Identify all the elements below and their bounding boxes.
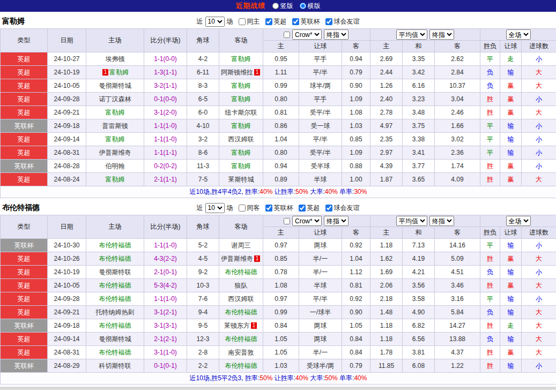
- scope-select[interactable]: 全场: [506, 216, 531, 226]
- home-team-cell: 曼彻斯特城: [86, 333, 144, 346]
- date-cell: 24-10-27: [48, 52, 86, 66]
- average-select[interactable]: 平均值: [396, 216, 427, 226]
- filter-bar: 近10场同客英联杯英超球会友谊: [196, 203, 361, 213]
- bottom-scrollbar[interactable]: [0, 387, 556, 390]
- score-cell: 0-1(0-1): [144, 359, 187, 373]
- avg-draw-cell: 3.65: [403, 173, 435, 186]
- avg-home-cell: 2.06: [370, 279, 403, 292]
- summary-text: 让胜率:: [272, 188, 295, 195]
- odds-home-cell: 1.05: [263, 333, 299, 346]
- handicap-cell: 受平/半: [299, 106, 342, 119]
- league-filter-checkbox[interactable]: [299, 205, 306, 212]
- avg-home-cell: 1.18: [370, 319, 403, 333]
- view-option-horizontal[interactable]: 横版: [300, 2, 321, 11]
- date-cell: 24-08-31: [48, 146, 86, 160]
- goals-cell: 大: [522, 106, 556, 119]
- column-subheader: 让球: [299, 227, 342, 239]
- team-name-text: 富勒姆: [109, 69, 129, 76]
- result-cell: 平: [480, 52, 500, 66]
- handicap-cell: 平手: [299, 52, 342, 66]
- odds-away-cell: 0.90: [342, 306, 370, 319]
- column-subheader: 主: [263, 227, 299, 239]
- team-name-text: 狼队: [235, 282, 248, 289]
- avg-home-cell: 2.69: [370, 52, 403, 66]
- match-row: 英超24-10-05布伦特福德5-3(4-2)10-3狼队1.08半球0.812…: [1, 279, 556, 292]
- league-filter-checkbox[interactable]: [325, 18, 332, 25]
- odds-compare-checkbox[interactable]: [284, 218, 290, 224]
- team-name-text: 西汉姆联: [228, 135, 254, 143]
- odds-away-cell: 0.90: [342, 79, 370, 93]
- recent-count-select[interactable]: 10: [205, 203, 225, 213]
- date-cell: 24-10-19: [48, 266, 86, 279]
- result-cell: 胜: [480, 279, 500, 292]
- avg-draw-cell: 3.42: [403, 66, 435, 79]
- summary-text: 大率:: [308, 374, 325, 382]
- avg-home-cell: 1.62: [370, 252, 403, 266]
- column-header: 角球: [187, 29, 219, 52]
- league-filter-checkbox[interactable]: [292, 18, 299, 25]
- avg-away-cell: 14.16: [435, 239, 480, 252]
- match-row: 英超24-10-26布伦特福德4-3(2-2)4-5伊普斯维奇10.85半/一1…: [1, 252, 556, 266]
- summary-text: 40%: [260, 188, 272, 195]
- near-label: 近: [197, 17, 203, 26]
- corner-cell: 8-6: [187, 146, 219, 160]
- league-filter-checkbox[interactable]: [265, 205, 272, 212]
- league-type-cell: 英超: [1, 252, 48, 266]
- recent-count-select[interactable]: 10: [205, 17, 225, 27]
- result-cell: 胜: [480, 173, 500, 186]
- team-name-text: 富勒姆: [232, 82, 251, 89]
- result-cell: 负: [480, 79, 500, 93]
- table-head: 类型日期主场比分(半场)角球客场Crow*终指平均值终指全场主让球客主和客胜负让…: [1, 215, 556, 239]
- column-header: 日期: [48, 215, 86, 239]
- odds-source-select[interactable]: Crow*: [292, 216, 322, 226]
- team-name-text: 伯明翰: [106, 162, 125, 170]
- handicap-cell: 受球半/两: [299, 359, 342, 373]
- league-filter-checkbox[interactable]: [325, 205, 332, 212]
- average-select[interactable]: 平均值: [396, 29, 427, 40]
- odds-source-select[interactable]: Crow*: [292, 29, 322, 40]
- vertical-view-radio[interactable]: [272, 3, 279, 9]
- date-cell: 24-10-05: [48, 79, 86, 93]
- date-cell: 24-09-14: [48, 333, 86, 346]
- handicap-cell: 球半/两: [299, 79, 342, 93]
- avg-draw-cell: 6.08: [403, 359, 435, 373]
- horizontal-view-radio[interactable]: [300, 3, 306, 9]
- odds-away-cell: 0.79: [342, 359, 370, 373]
- odds-stage-select[interactable]: 终指: [324, 29, 349, 40]
- same-venue-checkbox[interactable]: [239, 205, 246, 212]
- league-type-cell: 英超: [1, 173, 48, 186]
- odds-away-cell: 1.12: [342, 266, 370, 279]
- away-team-cell: 布伦特福德: [219, 359, 263, 373]
- summary-cell: 近10场,胜5平2负3, 胜率:50% 让胜率:40% 大率:50% 单率:40…: [1, 373, 556, 385]
- column-subheader: 让球: [500, 227, 522, 239]
- result-cell: 负: [480, 266, 500, 279]
- team-name-text: 富勒姆: [232, 162, 251, 170]
- league-filter-checkbox[interactable]: [265, 18, 272, 25]
- match-row: 英超24-08-24富勒姆2-1(1-1)7-5莱斯特城0.89半球1.001.…: [1, 173, 556, 186]
- handicap-result-cell: 输: [500, 266, 522, 279]
- avg-home-cell: 4.39: [370, 160, 403, 173]
- odds-compare-checkbox[interactable]: [284, 32, 290, 38]
- average-stage-select[interactable]: 终指: [429, 29, 454, 40]
- avg-away-cell: 4.51: [435, 266, 480, 279]
- score-cell: 3-1(2-1): [144, 306, 187, 319]
- corner-cell: 12-3: [187, 333, 219, 346]
- odds-away-cell: 1.09: [342, 146, 370, 160]
- team-name-text: 谢周三: [232, 242, 251, 249]
- date-cell: 24-09-21: [48, 106, 86, 119]
- odds-stage-select[interactable]: 终指: [324, 216, 349, 226]
- away-team-cell: 布伦特福德: [219, 306, 263, 319]
- column-subheader: 客: [342, 227, 370, 239]
- avg-home-cell: 1.18: [370, 239, 403, 252]
- date-cell: 24-09-28: [48, 93, 86, 106]
- column-header: 角球: [187, 215, 219, 239]
- away-team-cell: 富勒姆: [219, 146, 263, 160]
- average-stage-select[interactable]: 终指: [429, 216, 454, 226]
- view-option-vertical[interactable]: 竖版: [272, 2, 293, 11]
- match-row: 英联杯24-09-18普雷斯顿1-1(1-0)4-10富勒姆0.86受一球1.0…: [1, 119, 556, 133]
- score-cell: 1-1(1-0): [144, 239, 187, 252]
- team-name-text: 西汉姆联: [228, 295, 254, 303]
- team-name-text: 普雷斯顿: [102, 122, 128, 130]
- same-venue-checkbox[interactable]: [239, 18, 246, 25]
- scope-select[interactable]: 全场: [506, 29, 531, 40]
